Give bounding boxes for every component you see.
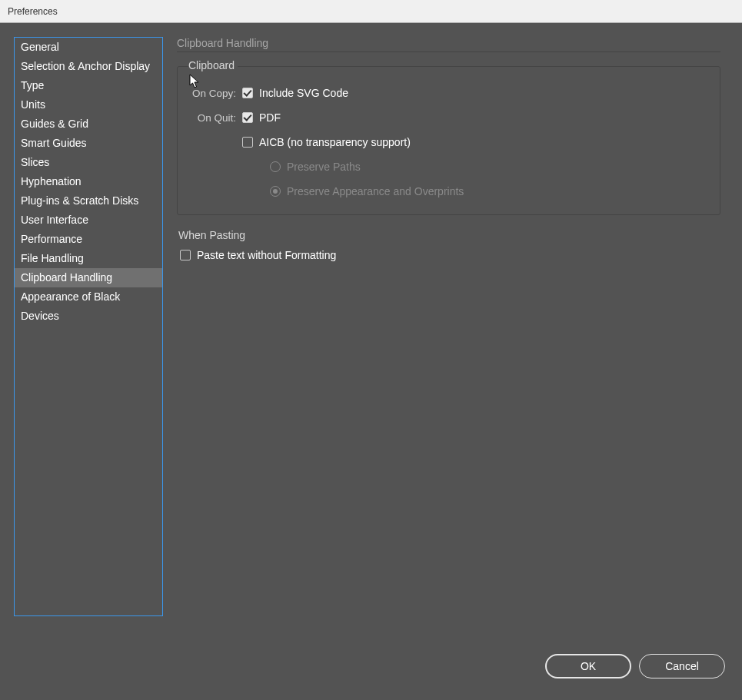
cancel-button[interactable]: Cancel (639, 654, 725, 678)
paste-without-formatting-row: Paste text without Formatting (177, 249, 720, 261)
sidebar-item-smart-guides[interactable]: Smart Guides (15, 134, 162, 153)
preferences-sidebar: General Selection & Anchor Display Type … (14, 37, 163, 616)
pdf-label: PDF (259, 111, 281, 124)
sidebar-item-user-interface[interactable]: User Interface (15, 211, 162, 230)
preserve-paths-label: Preserve Paths (287, 161, 361, 173)
sidebar-item-plugins-scratch[interactable]: Plug-ins & Scratch Disks (15, 191, 162, 211)
sidebar-item-hyphenation[interactable]: Hyphenation (15, 172, 162, 191)
when-pasting-header: When Pasting (177, 229, 720, 241)
sidebar-item-selection-anchor[interactable]: Selection & Anchor Display (15, 57, 162, 76)
titlebar: Preferences (0, 0, 742, 23)
when-pasting-section: When Pasting Paste text without Formatti… (177, 229, 720, 261)
on-copy-row: On Copy: Include SVG Code (188, 82, 709, 104)
preserve-paths-row: Preserve Paths (270, 156, 709, 177)
sidebar-item-units[interactable]: Units (15, 95, 162, 114)
ok-button-label: OK (581, 660, 596, 672)
window-title: Preferences (8, 6, 58, 17)
include-svg-label: Include SVG Code (259, 87, 348, 99)
sidebar-item-performance[interactable]: Performance (15, 230, 162, 249)
aicb-label: AICB (no transparency support) (259, 136, 411, 148)
sidebar-item-type[interactable]: Type (15, 76, 162, 95)
sidebar-item-clipboard-handling[interactable]: Clipboard Handling (15, 268, 162, 287)
main-panel: Clipboard Handling Clipboard On Copy: In… (177, 37, 728, 617)
dialog-body: General Selection & Anchor Display Type … (0, 23, 742, 700)
on-quit-label: On Quit: (188, 112, 242, 124)
sidebar-item-file-handling[interactable]: File Handling (15, 249, 162, 268)
dialog-footer: OK Cancel (545, 654, 725, 678)
content-area: General Selection & Anchor Display Type … (0, 23, 742, 631)
on-quit-row-pdf: On Quit: PDF (188, 107, 709, 128)
preserve-paths-radio (270, 161, 281, 172)
pdf-checkbox[interactable] (242, 112, 253, 123)
paste-without-formatting-label: Paste text without Formatting (197, 249, 336, 261)
preserve-appearance-radio (270, 186, 281, 197)
paste-without-formatting-checkbox[interactable] (180, 250, 191, 260)
title-underline (177, 51, 720, 52)
on-quit-row-aicb: AICB (no transparency support) (188, 131, 709, 153)
sidebar-item-slices[interactable]: Slices (15, 153, 162, 172)
ok-button[interactable]: OK (545, 654, 631, 678)
preserve-appearance-label: Preserve Appearance and Overprints (287, 185, 464, 197)
sidebar-item-appearance-black[interactable]: Appearance of Black (15, 287, 162, 307)
clipboard-legend: Clipboard (188, 59, 238, 71)
aicb-checkbox[interactable] (242, 137, 253, 148)
cancel-button-label: Cancel (665, 660, 699, 672)
on-copy-label: On Copy: (188, 88, 242, 99)
clipboard-fieldset: Clipboard On Copy: Include SVG Code On Q… (177, 66, 720, 215)
panel-title: Clipboard Handling (177, 37, 720, 49)
sidebar-item-general[interactable]: General (15, 38, 162, 57)
sidebar-item-devices[interactable]: Devices (15, 307, 162, 326)
include-svg-checkbox[interactable] (242, 88, 253, 98)
preserve-appearance-row: Preserve Appearance and Overprints (270, 181, 709, 202)
sidebar-item-guides-grid[interactable]: Guides & Grid (15, 114, 162, 134)
